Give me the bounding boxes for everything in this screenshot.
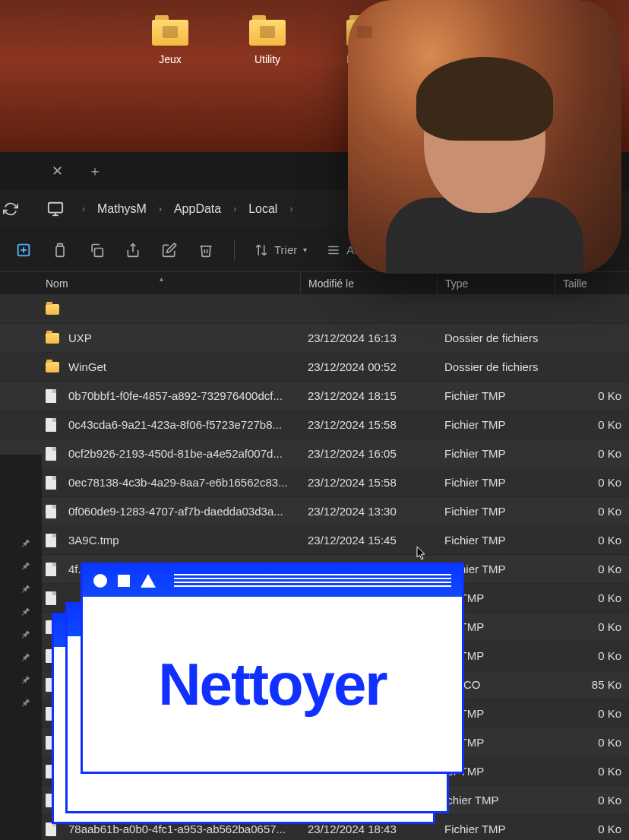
folder-icon — [249, 15, 286, 46]
overlay-title: Nettoyer — [158, 650, 386, 719]
file-modified: 23/12/2024 00:52 — [300, 360, 437, 373]
file-modified: 23/12/2024 18:15 — [300, 389, 437, 402]
folder-icon — [46, 304, 62, 315]
file-modified: 23/12/2024 16:05 — [300, 447, 437, 460]
file-name: 3A9C.tmp — [68, 534, 300, 547]
desktop-folder-jeux[interactable]: Jeux — [152, 15, 188, 152]
cut-icon[interactable] — [52, 242, 68, 258]
file-row[interactable] — [0, 295, 629, 324]
file-size: 0 Ko — [555, 649, 629, 662]
file-size: 0 Ko — [555, 620, 629, 633]
file-type: Fichier TMP — [437, 389, 555, 402]
paste-icon[interactable] — [125, 242, 141, 258]
file-row[interactable]: UXP23/12/2024 16:13Dossier de fichiers — [0, 324, 629, 353]
file-row[interactable]: 3A9C.tmp23/12/2024 15:45Fichier TMP0 Ko — [0, 526, 629, 555]
pin-icon[interactable] — [21, 698, 31, 708]
file-type: Fichier TMP — [437, 418, 555, 431]
breadcrumb-item[interactable]: Local — [248, 202, 277, 216]
webcam-overlay — [348, 0, 621, 274]
file-size: 0 Ko — [555, 476, 629, 489]
breadcrumb-item[interactable]: AppData — [174, 202, 221, 216]
column-header-name[interactable]: Nom ▴ — [46, 277, 300, 290]
file-row[interactable]: 0b70bbf1-f0fe-4857-a892-732976400dcf...2… — [0, 382, 629, 410]
file-type: Fichier TMP — [437, 823, 555, 835]
svg-rect-7 — [56, 246, 64, 256]
file-name: 0c43cda6-9a21-423a-8f06-f5723e727b8... — [68, 418, 300, 431]
svg-rect-8 — [95, 248, 103, 256]
copy-icon[interactable] — [88, 242, 105, 258]
chevron-right-icon: › — [76, 204, 91, 214]
folder-icon — [46, 333, 62, 344]
column-header-size[interactable]: Taille — [555, 272, 629, 294]
window-circle-icon — [93, 574, 107, 588]
this-pc-icon[interactable] — [47, 201, 64, 217]
desktop-folder-utility[interactable]: Utility — [249, 15, 286, 152]
file-size: 0 Ko — [555, 707, 629, 720]
pin-icon[interactable] — [21, 675, 31, 686]
file-row[interactable]: 0cf2b926-2193-450d-81be-a4e52af007d...23… — [0, 439, 629, 468]
refresh-icon[interactable] — [3, 201, 18, 217]
person-silhouette — [378, 46, 591, 274]
window-triangle-icon — [141, 574, 156, 588]
pin-icon[interactable] — [21, 652, 31, 663]
delete-icon[interactable] — [198, 242, 214, 258]
file-size: 0 Ko — [555, 736, 629, 749]
file-size: 0 Ko — [555, 447, 629, 460]
pin-icon[interactable] — [21, 629, 31, 640]
file-name: 0f060de9-1283-4707-af7b-daedda03d3a... — [68, 505, 300, 518]
file-row[interactable]: 0ec78138-4c3b-4a29-8aa7-e6b16562c83...23… — [0, 468, 629, 497]
chevron-right-icon: › — [283, 204, 299, 214]
sort-label: Trier — [274, 243, 297, 256]
new-tab-icon[interactable]: ＋ — [84, 162, 106, 180]
file-size: 0 Ko — [555, 794, 629, 807]
overlay-card-stack: Nettoyer — [52, 591, 466, 804]
pin-icon[interactable] — [21, 538, 31, 549]
folder-label: Jeux — [159, 53, 182, 65]
file-name: 0ec78138-4c3b-4a29-8aa7-e6b16562c83... — [68, 476, 300, 489]
file-row[interactable]: 0f060de9-1283-4707-af7b-daedda03d3a...23… — [0, 497, 629, 526]
file-name: 0b70bbf1-f0fe-4857-a892-732976400dcf... — [68, 389, 300, 402]
file-row[interactable]: 0c43cda6-9a21-423a-8f06-f5723e727b8...23… — [0, 410, 629, 439]
file-modified: 23/12/2024 16:13 — [300, 331, 437, 344]
folder-label: Utility — [254, 53, 280, 65]
file-size: 0 Ko — [555, 418, 629, 431]
chevron-down-icon: ▾ — [303, 246, 307, 254]
file-icon — [46, 534, 62, 547]
column-headers: Nom ▴ Modifié le Type Taille — [0, 272, 629, 295]
sidebar-quick-access — [0, 455, 42, 840]
file-row[interactable]: WinGet23/12/2024 00:52Dossier de fichier… — [0, 353, 629, 382]
file-size: 0 Ko — [555, 765, 629, 778]
svg-rect-0 — [49, 203, 62, 213]
rename-icon[interactable] — [161, 242, 178, 258]
overlay-card-front: Nettoyer — [81, 563, 464, 774]
file-type: Dossier de fichiers — [437, 331, 555, 344]
file-modified: 23/12/2024 15:45 — [300, 534, 437, 547]
file-icon — [46, 447, 62, 461]
chevron-right-icon: › — [153, 204, 168, 214]
file-icon — [46, 505, 62, 518]
file-modified: 23/12/2024 13:30 — [300, 505, 437, 518]
pin-icon[interactable] — [21, 561, 31, 572]
file-icon — [46, 563, 62, 576]
close-tab-icon[interactable]: ✕ — [46, 163, 68, 179]
column-header-modified[interactable]: Modifié le — [300, 272, 437, 294]
file-modified: 23/12/2024 15:58 — [300, 476, 437, 489]
file-type: Fichier TMP — [437, 534, 555, 547]
column-header-type[interactable]: Type — [437, 272, 555, 294]
separator — [234, 239, 235, 261]
file-type: Dossier de fichiers — [437, 360, 555, 373]
pin-icon[interactable] — [21, 584, 31, 594]
file-size: 85 Ko — [555, 678, 629, 691]
overlay-titlebar — [83, 565, 462, 597]
file-modified: 23/12/2024 15:58 — [300, 418, 437, 431]
file-icon — [46, 476, 62, 490]
file-name: 78aab61b-a0b0-4fc1-a953-ab562ba0657... — [68, 823, 300, 835]
breadcrumb-item[interactable]: MathysM — [97, 202, 147, 216]
file-name: WinGet — [68, 360, 300, 373]
folder-icon — [46, 362, 62, 372]
file-size: 0 Ko — [555, 534, 629, 547]
sort-button[interactable]: Trier ▾ — [254, 243, 307, 257]
file-icon — [46, 823, 62, 836]
new-folder-icon[interactable] — [15, 242, 32, 258]
pin-icon[interactable] — [21, 607, 31, 617]
